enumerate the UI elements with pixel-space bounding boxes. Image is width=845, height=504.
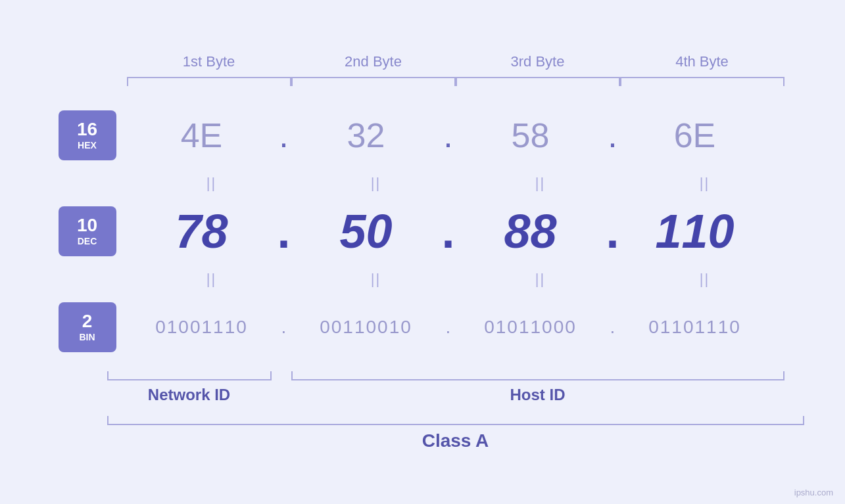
dec-b2: 50 [294,204,439,258]
hex-data-row: 4E . 32 . 58 . 6E [130,99,787,172]
main-container: 1st Byte 2nd Byte 3rd Byte 4th Byte 16 H… [0,0,845,504]
hex-badge-row: 16 HEX [59,99,116,172]
dec-b4: 110 [623,204,767,258]
dec-badge-label: DEC [78,236,97,246]
class-bracket-line [107,416,804,425]
hex-b2: 32 [294,116,439,155]
dec-b3: 88 [458,204,603,258]
bracket-top-1 [127,77,291,86]
eq1-b1: || [130,175,294,192]
eq2-sign-1: || [206,271,216,287]
bin-dot-2: . [439,317,458,338]
eq2-sign-4: || [700,271,710,287]
hex-b4: 6E [623,116,767,155]
class-label: Class A [107,430,804,451]
equal-row-1: || || || || [130,172,787,195]
class-section: Class A [107,416,804,451]
hex-dot-3: . [603,116,623,155]
eq1-b4: || [623,175,787,192]
left-badges: 16 HEX 10 DEC 2 BIN [59,99,116,363]
bin-dot-1: . [274,317,294,338]
dec-data-row: 78 . 50 . 88 . 110 [130,195,787,267]
eq2-b4: || [623,271,787,288]
bracket-top-3 [456,77,620,86]
eq2-sign-2: || [371,271,381,287]
bin-badge-row: 2 BIN [59,291,116,363]
hex-b1: 4E [130,116,274,155]
dec-dot-3: . [603,204,623,258]
bin-b3: 01011000 [458,317,603,338]
eq2-b3: || [458,271,623,288]
eq1-sign-4: || [700,175,710,191]
bin-dot-3: . [603,317,623,338]
headers-row: 1st Byte 2nd Byte 3rd Byte 4th Byte [107,53,804,70]
host-bracket [291,371,785,380]
data-columns: 4E . 32 . 58 . 6E || || || [130,99,787,363]
watermark: ipshu.com [794,488,833,497]
dec-dot-2: . [439,204,458,258]
hex-b3: 58 [458,116,603,155]
bin-b2: 00110010 [294,317,439,338]
network-id-label: Network ID [107,386,272,404]
bin-b1: 01001110 [130,317,274,338]
byte4-header: 4th Byte [620,53,785,70]
dec-badge: 10 DEC [59,206,116,256]
eq2-b1: || [130,271,294,288]
eq1-b3: || [458,175,623,192]
byte1-header: 1st Byte [127,53,291,70]
eq2-b2: || [294,271,458,288]
hex-badge-label: HEX [78,140,97,150]
byte3-header: 3rd Byte [456,53,620,70]
dec-dot-1: . [274,204,294,258]
dec-badge-num: 10 [77,216,97,236]
hex-badge: 16 HEX [59,110,116,160]
eq1-sign-1: || [206,175,216,191]
dec-b1: 78 [130,204,274,258]
labels-row: Network ID Host ID [107,386,804,404]
bin-badge-num: 2 [82,311,93,332]
eq1-sign-2: || [371,175,381,191]
bin-b4: 01101110 [623,317,767,338]
dec-badge-row: 10 DEC [59,195,116,267]
bracket-top-2 [291,77,456,86]
bin-data-row: 01001110 . 00110010 . 01011000 . 0110111… [130,291,787,363]
equal-row-2: || || || || [130,267,787,291]
bracket-top-4 [620,77,785,86]
host-id-label: Host ID [291,386,785,404]
top-brackets [107,77,804,86]
eq1-sign-3: || [535,175,545,191]
bottom-brackets-row [107,371,804,380]
hex-badge-num: 16 [77,120,97,140]
eq1-b2: || [294,175,458,192]
network-bracket [107,371,272,380]
bin-badge-label: BIN [79,332,95,342]
hex-dot-1: . [274,116,294,155]
byte2-header: 2nd Byte [291,53,456,70]
hex-dot-2: . [439,116,458,155]
eq2-sign-3: || [535,271,545,287]
bin-badge: 2 BIN [59,302,116,352]
main-content-area: 16 HEX 10 DEC 2 BIN [59,99,787,363]
